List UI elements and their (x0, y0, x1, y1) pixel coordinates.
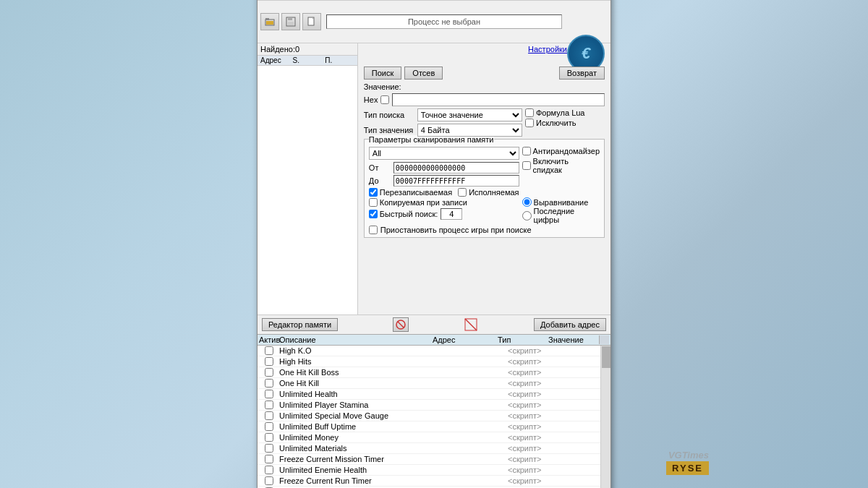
row-desc-7: Unlimited Buff Uptime (279, 422, 443, 431)
row-checkbox-2[interactable] (265, 368, 273, 377)
svg-line-9 (398, 322, 404, 328)
alignment-radio[interactable] (522, 197, 532, 207)
right-panel: Настройки Поиск Отсев Возврат Значение: … (358, 43, 610, 314)
memory-editor-button[interactable]: Редактор памяти (262, 318, 338, 331)
row-checkbox-11[interactable] (265, 466, 273, 474)
search-type-row: Тип поиска Точное значение (364, 108, 522, 121)
table-row[interactable]: Freeze Current Mission Timer <скрипт> (258, 454, 610, 465)
table-row[interactable]: Unlimited Enemie Health <скрипт> (258, 465, 610, 476)
results-list[interactable] (258, 66, 357, 314)
row-type-1: <скрипт> (508, 357, 558, 366)
row-checkbox-3[interactable] (265, 379, 273, 388)
scan-params-group: Параметры сканирования памяти All От До (364, 139, 605, 238)
row-type-2: <скрипт> (508, 368, 558, 377)
executable-checkbox[interactable] (458, 188, 467, 197)
speedhack-label: Включить спидхак (522, 157, 600, 174)
speedhack-checkbox[interactable] (522, 161, 531, 170)
row-type-12: <скрипт> (508, 476, 558, 485)
scrollbar[interactable] (600, 346, 610, 488)
new-button[interactable] (302, 13, 321, 30)
save-button[interactable] (281, 13, 300, 30)
table-row[interactable]: High K.O <скрипт> (258, 346, 610, 356)
row-checkbox-8[interactable] (265, 433, 273, 442)
row-checkbox-10[interactable] (265, 455, 273, 463)
open-button[interactable] (260, 13, 279, 30)
return-button[interactable]: Возврат (559, 67, 605, 80)
all-select[interactable]: All (369, 147, 519, 160)
settings-link[interactable]: Настройки (528, 45, 567, 53)
add-address-button[interactable]: Добавить адрес (534, 318, 606, 331)
scan-params-title: Параметры сканирования памяти (369, 135, 494, 144)
type-row: Тип поиска Точное значение Тип значения … (364, 108, 605, 139)
to-row: До (369, 175, 519, 187)
table-row[interactable]: Unlimited Materials <скрипт> (258, 443, 610, 454)
scan-options-row1: Перезаписываемая Исполняемая (369, 188, 519, 197)
small-red-icon (464, 318, 479, 331)
pause-process-row: Приостановить процесс игры при поиске (369, 226, 600, 234)
row-type-7: <скрипт> (508, 422, 558, 431)
row-checkbox-7[interactable] (265, 422, 273, 431)
antirandom-checkbox[interactable] (522, 147, 531, 155)
copy-on-write-checkbox[interactable] (369, 198, 378, 207)
row-desc-9: Unlimited Materials (279, 444, 443, 453)
value-type-label: Тип значения (364, 126, 414, 134)
main-content: Найдено:0 Адрес S. П. Настройки Поиск От… (258, 43, 610, 314)
table-rows: High K.O <скрипт> High Hits <скрипт> One… (258, 346, 610, 488)
exclude-checkbox[interactable] (525, 119, 534, 127)
reset-button[interactable]: Отсев (404, 67, 443, 80)
value-input[interactable] (392, 93, 605, 106)
row-checkbox-0[interactable] (265, 346, 273, 355)
row-checkbox-9[interactable] (265, 444, 273, 453)
to-label: До (369, 176, 391, 185)
row-checkbox-4[interactable] (265, 390, 273, 398)
left-panel: Найдено:0 Адрес S. П. (258, 43, 358, 314)
row-type-4: <скрипт> (508, 390, 558, 398)
table-row[interactable]: Unlimited Health <скрипт> (258, 389, 610, 400)
table-row[interactable]: Unlimited Player Stamina <скрипт> (258, 400, 610, 411)
col-size-header: S. (292, 56, 324, 64)
row-type-6: <скрипт> (508, 411, 558, 420)
hex-checkbox[interactable] (380, 95, 389, 104)
table-row[interactable]: Unlimited Buff Uptime <скрипт> (258, 421, 610, 432)
pause-process-checkbox[interactable] (369, 226, 378, 234)
writable-checkbox[interactable] (369, 188, 378, 197)
table-row[interactable]: Unlimited Special Move Gauge <скрипт> (258, 411, 610, 421)
quick-scan-row: Быстрый поиск: (369, 208, 519, 220)
lua-formula-checkbox[interactable] (525, 108, 534, 117)
row-checkbox-5[interactable] (265, 401, 273, 409)
row-desc-4: Unlimited Health (279, 390, 443, 398)
table-row[interactable]: Freeze Current Run Timer <скрипт> (258, 476, 610, 487)
table-row[interactable]: One Hit Kill <скрипт> (258, 378, 610, 389)
from-input[interactable] (393, 162, 519, 174)
quick-scan-checkbox[interactable] (369, 210, 378, 218)
row-desc-11: Unlimited Enemie Health (279, 466, 443, 474)
row-type-10: <скрипт> (508, 455, 558, 463)
lua-formula-label: Формула Lua (525, 108, 605, 117)
row-type-9: <скрипт> (508, 444, 558, 453)
row-desc-10: Freeze Current Mission Timer (279, 455, 443, 463)
col-prev-header: П. (323, 56, 356, 64)
stop-icon[interactable] (393, 317, 409, 332)
address-table-container[interactable]: High K.O <скрипт> High Hits <скрипт> One… (258, 346, 610, 488)
search-type-select[interactable]: Точное значение (417, 108, 522, 121)
table-row[interactable]: Unlimited Money <скрипт> (258, 432, 610, 443)
alignment-col: Антирандомайзер Включить спидхак Выравни… (522, 147, 600, 224)
search-button[interactable]: Поиск (364, 67, 401, 80)
quick-scan-label: Быстрый поиск: (369, 210, 438, 218)
scan-options-row2: Копируемая при записи (369, 198, 519, 207)
row-checkbox-12[interactable] (265, 476, 273, 485)
row-checkbox-1[interactable] (265, 357, 273, 366)
bottom-buttons: Редактор памяти Добавить адрес (258, 314, 610, 334)
ce-logo-area: € (567, 3, 608, 40)
to-input[interactable] (393, 175, 519, 187)
scrollbar-thumb[interactable] (602, 346, 610, 368)
svg-rect-4 (288, 17, 292, 20)
quick-scan-input[interactable] (441, 208, 462, 220)
table-row[interactable]: One Hit Kill Boss <скрипт> (258, 367, 610, 378)
row-type-5: <скрипт> (508, 401, 558, 409)
main-window: CE Cheat Engine 7.0 ─ □ ✕ Файл Изменить … (257, 0, 611, 488)
last-digits-radio[interactable] (522, 211, 532, 221)
svg-rect-2 (266, 21, 273, 25)
table-row[interactable]: High Hits <скрипт> (258, 356, 610, 367)
row-checkbox-6[interactable] (265, 411, 273, 420)
